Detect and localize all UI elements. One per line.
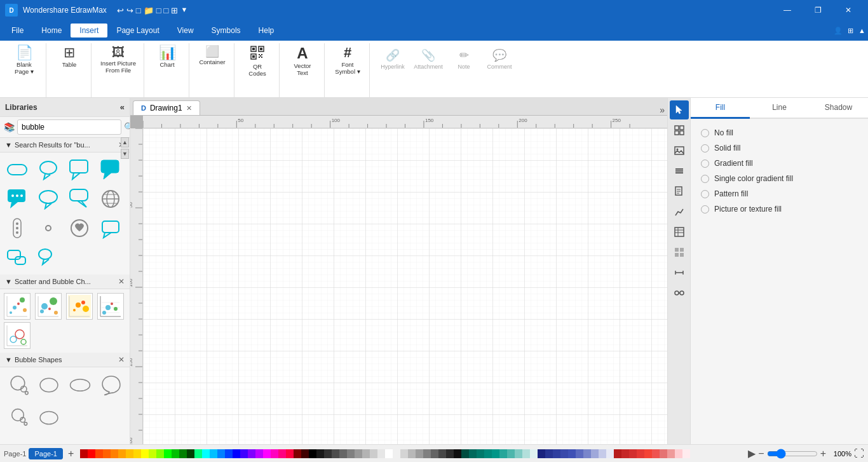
palette-swatch[interactable] bbox=[294, 449, 301, 458]
scroll-up-btn[interactable]: ▲ bbox=[121, 137, 129, 147]
palette-swatch[interactable] bbox=[591, 449, 599, 458]
add-page-btn[interactable]: + bbox=[65, 448, 76, 459]
shape-speech-oval[interactable] bbox=[35, 186, 62, 212]
picture-texture-option[interactable]: Picture or texture fill bbox=[698, 201, 860, 217]
palette-swatch[interactable] bbox=[263, 449, 271, 458]
palette-swatch[interactable] bbox=[347, 449, 355, 458]
search-icon[interactable]: 🔍 bbox=[124, 122, 130, 132]
palette-swatch[interactable] bbox=[606, 449, 614, 458]
blank-page-button[interactable]: 📄 BlankPage ▾ bbox=[8, 43, 41, 86]
sidebar-connect-btn[interactable] bbox=[670, 283, 689, 302]
save-btn[interactable]: □ bbox=[136, 6, 141, 15]
palette-swatch[interactable] bbox=[553, 449, 560, 458]
close-button[interactable]: ✕ bbox=[834, 0, 863, 20]
palette-swatch[interactable] bbox=[240, 449, 248, 458]
palette-swatch[interactable] bbox=[164, 449, 172, 458]
sidebar-layers-btn[interactable] bbox=[670, 161, 689, 180]
menu-page-layout[interactable]: Page Layout bbox=[107, 24, 168, 37]
palette-swatch[interactable] bbox=[172, 449, 179, 458]
palette-swatch[interactable] bbox=[652, 449, 660, 458]
palette-swatch[interactable] bbox=[408, 449, 416, 458]
palette-swatch[interactable] bbox=[682, 449, 690, 458]
sidebar-grid-btn[interactable] bbox=[670, 121, 689, 140]
expand-panel-btn[interactable]: » bbox=[660, 105, 665, 115]
palette-swatch[interactable] bbox=[385, 449, 393, 458]
palette-swatch[interactable] bbox=[599, 449, 606, 458]
palette-swatch[interactable] bbox=[469, 449, 477, 458]
chart-thumb-4[interactable] bbox=[97, 293, 124, 320]
sidebar-grid2-btn[interactable] bbox=[670, 243, 689, 262]
hyperlink-button[interactable]: 🔗 Hyperlink bbox=[376, 46, 409, 89]
palette-swatch[interactable] bbox=[423, 449, 431, 458]
palette-swatch[interactable] bbox=[377, 449, 385, 458]
shape-chat-tail[interactable] bbox=[66, 186, 93, 212]
shape-rounded-rect[interactable] bbox=[4, 156, 31, 183]
chart-button[interactable]: 📊 Chart bbox=[151, 43, 184, 86]
palette-swatch[interactable] bbox=[416, 449, 423, 458]
palette-swatch[interactable] bbox=[210, 449, 217, 458]
palette-swatch[interactable] bbox=[316, 449, 324, 458]
palette-swatch[interactable] bbox=[95, 449, 103, 458]
comment-button[interactable]: 💬 Comment bbox=[483, 46, 516, 89]
palette-swatch[interactable] bbox=[309, 449, 316, 458]
palette-swatch[interactable] bbox=[194, 449, 202, 458]
palette-swatch[interactable] bbox=[118, 449, 126, 458]
bubble-shape-4[interactable] bbox=[97, 371, 125, 399]
single-color-option[interactable]: Single color gradient fill bbox=[698, 171, 860, 186]
palette-swatch[interactable] bbox=[621, 449, 629, 458]
palette-swatch[interactable] bbox=[644, 449, 652, 458]
palette-swatch[interactable] bbox=[576, 449, 583, 458]
zoom-in-btn[interactable]: + bbox=[820, 448, 826, 459]
palette-swatch[interactable] bbox=[88, 449, 95, 458]
palette-swatch[interactable] bbox=[560, 449, 568, 458]
insert-picture-button[interactable]: 🖼 Insert PictureFrom File bbox=[98, 43, 139, 86]
sidebar-image-btn[interactable] bbox=[670, 141, 689, 160]
bubble-shape-5[interactable] bbox=[4, 403, 32, 431]
table-button[interactable]: ⊞ Table bbox=[53, 43, 86, 86]
minimize-button[interactable]: — bbox=[773, 0, 802, 20]
play-btn[interactable]: ▶ bbox=[748, 447, 756, 459]
palette-swatch[interactable] bbox=[233, 449, 240, 458]
font-symbol-button[interactable]: # FontSymbol ▾ bbox=[331, 43, 364, 86]
palette-swatch[interactable] bbox=[660, 449, 667, 458]
sidebar-arrow-btn[interactable] bbox=[670, 263, 689, 282]
restore-button[interactable]: ❐ bbox=[803, 0, 832, 20]
shape-globe[interactable] bbox=[97, 186, 124, 212]
palette-swatch[interactable] bbox=[133, 449, 141, 458]
palette-swatch[interactable] bbox=[286, 449, 294, 458]
sidebar-pages-btn[interactable] bbox=[670, 182, 689, 201]
palette-swatch[interactable] bbox=[278, 449, 286, 458]
tb-dropdown[interactable]: ▼ bbox=[180, 6, 187, 15]
palette-swatch[interactable] bbox=[568, 449, 576, 458]
scatter-bubble-header[interactable]: ▼ Scatter and Bubble Ch... ✕ bbox=[0, 275, 130, 289]
palette-swatch[interactable] bbox=[477, 449, 484, 458]
palette-swatch[interactable] bbox=[438, 449, 446, 458]
bubble-shape-1[interactable] bbox=[4, 371, 32, 399]
menu-help[interactable]: Help bbox=[250, 24, 283, 37]
undo-btn[interactable]: ↩ bbox=[117, 6, 124, 15]
menu-insert[interactable]: Insert bbox=[71, 24, 107, 37]
palette-swatch[interactable] bbox=[179, 449, 187, 458]
fill-tab[interactable]: Fill bbox=[691, 98, 750, 119]
line-tab[interactable]: Line bbox=[750, 98, 809, 119]
scatter-close[interactable]: ✕ bbox=[118, 277, 125, 286]
palette-swatch[interactable] bbox=[248, 449, 255, 458]
palette-swatch[interactable] bbox=[507, 449, 515, 458]
account-icon[interactable]: 👤 bbox=[834, 27, 843, 35]
chart-thumb-5[interactable] bbox=[4, 322, 31, 349]
container-button[interactable]: ⬜ Container bbox=[196, 43, 229, 86]
chart-thumb-2[interactable] bbox=[35, 293, 62, 320]
palette-swatch[interactable] bbox=[545, 449, 553, 458]
palette-swatch[interactable] bbox=[461, 449, 469, 458]
bubble-shape-2[interactable] bbox=[35, 371, 63, 399]
palette-swatch[interactable] bbox=[393, 449, 400, 458]
fit-page-btn[interactable]: ⛶ bbox=[854, 448, 864, 459]
vector-text-button[interactable]: A VectorText bbox=[286, 43, 319, 86]
palette-swatch[interactable] bbox=[515, 449, 522, 458]
palette-swatch[interactable] bbox=[484, 449, 492, 458]
palette-swatch[interactable] bbox=[255, 449, 263, 458]
sidebar-chart-btn[interactable] bbox=[670, 202, 689, 221]
qr-codes-button[interactable]: QRCodes bbox=[241, 43, 274, 86]
palette-swatch[interactable] bbox=[499, 449, 507, 458]
palette-swatch[interactable] bbox=[522, 449, 530, 458]
